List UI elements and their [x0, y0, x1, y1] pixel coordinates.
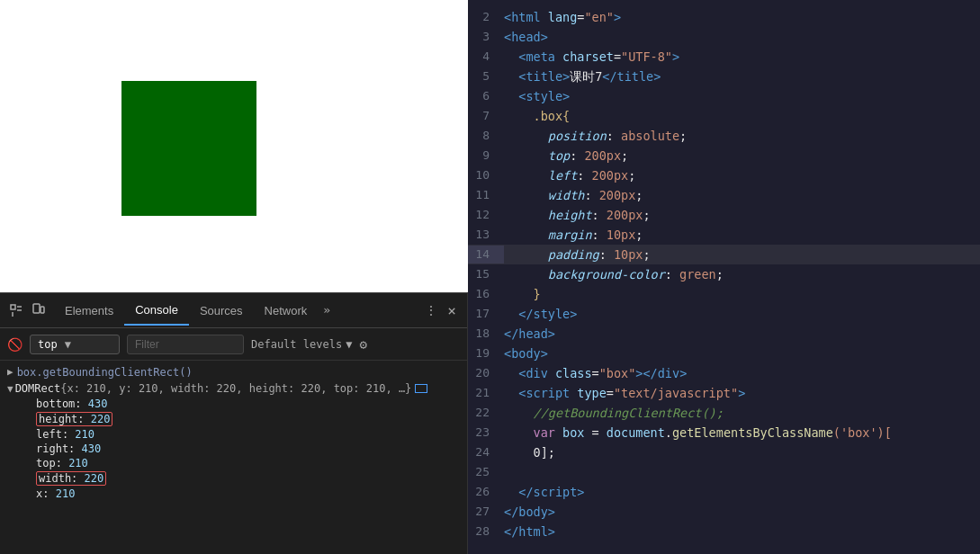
- line-content: </head>: [504, 325, 555, 343]
- more-tabs-icon[interactable]: »: [318, 296, 336, 326]
- default-levels-dropdown[interactable]: Default levels ▼: [251, 338, 352, 351]
- devtools-tabs: Elements Console Sources Network »: [54, 296, 336, 326]
- tab-console[interactable]: Console: [124, 296, 189, 326]
- console-filter-bar: 🚫 top ▼ Default levels ▼ ⚙: [0, 328, 467, 361]
- line-content: var box = document.getElementsByClassNam…: [504, 424, 892, 442]
- domrect-inline-value: {x: 210, y: 210, width: 220, height: 220…: [60, 382, 411, 395]
- code-line-5: 5 <title>课时7</title>: [468, 67, 980, 86]
- green-box: [121, 81, 256, 216]
- line-content: <html lang="en">: [504, 8, 621, 26]
- three-dot-menu[interactable]: ⋮: [422, 301, 440, 319]
- code-line-28: 28</html>: [468, 522, 980, 541]
- code-line-8: 8 position: absolute;: [468, 126, 980, 146]
- code-line-11: 11 width: 200px;: [468, 185, 980, 205]
- code-line-4: 4 <meta charset="UTF-8">: [468, 47, 980, 67]
- domrect-expand-icon[interactable]: ▼: [7, 383, 13, 395]
- line-number: 12: [468, 206, 504, 224]
- code-line-25: 25: [468, 462, 980, 482]
- line-content: 0];: [504, 443, 555, 461]
- filter-input[interactable]: [127, 335, 244, 354]
- line-content: </style>: [504, 305, 577, 323]
- line-content: <style>: [504, 87, 570, 105]
- line-number: 8: [468, 127, 504, 145]
- svg-rect-1: [33, 304, 40, 313]
- code-line-7: 7 .box{: [468, 106, 980, 126]
- line-number: 9: [468, 147, 504, 165]
- line-number: 22: [468, 404, 504, 422]
- line-number: 26: [468, 483, 504, 501]
- default-levels-label: Default levels: [251, 338, 342, 351]
- prop-top: top: 210: [36, 456, 460, 470]
- code-line-21: 21 <script type="text/javascript">: [468, 383, 980, 403]
- line-number: 24: [468, 443, 504, 461]
- console-prompt-label: top: [38, 338, 58, 351]
- inspect-icon[interactable]: [7, 301, 25, 319]
- line-content: //getBoundingClientRect();: [504, 404, 724, 422]
- code-line-16: 16 }: [468, 284, 980, 304]
- console-prompt-dropdown[interactable]: top ▼: [30, 335, 120, 354]
- line-number: 28: [468, 523, 504, 541]
- preview-area: [0, 0, 468, 292]
- domrect-props: bottom: 430 height: 220 left: 210 right:…: [7, 397, 460, 501]
- code-line-26: 26 </script>: [468, 482, 980, 502]
- tab-sources[interactable]: Sources: [189, 296, 254, 326]
- code-line-19: 19<body>: [468, 344, 980, 363]
- line-content: </script>: [504, 483, 584, 501]
- line-number: 13: [468, 226, 504, 244]
- tab-network[interactable]: Network: [254, 296, 319, 326]
- line-number: 6: [468, 87, 504, 105]
- line-number: 17: [468, 305, 504, 323]
- console-output: ▶ box.getBoundingClientRect() ▼ DOMRect …: [0, 361, 467, 554]
- line-number: 14: [468, 246, 504, 264]
- line-number: 18: [468, 325, 504, 343]
- code-line-6: 6 <style>: [468, 86, 980, 106]
- domrect-header: ▼ DOMRect {x: 210, y: 210, width: 220, h…: [7, 380, 460, 397]
- call-arrow-icon: ▶: [7, 366, 13, 378]
- device-icon[interactable]: [29, 301, 47, 319]
- code-line-2: 2<html lang="en">: [468, 7, 980, 27]
- prop-bottom: bottom: 430: [36, 397, 460, 411]
- line-number: 15: [468, 265, 504, 283]
- domrect-label: DOMRect: [15, 382, 61, 395]
- code-editor: 2<html lang="en">3<head>4 <meta charset=…: [468, 0, 980, 554]
- line-number: 4: [468, 48, 504, 66]
- close-devtools-button[interactable]: ×: [444, 299, 460, 323]
- clear-console-icon[interactable]: 🚫: [7, 337, 22, 352]
- code-line-3: 3<head>: [468, 27, 980, 47]
- line-content: <body>: [504, 344, 548, 362]
- line-number: 20: [468, 364, 504, 382]
- code-line-24: 24 0];: [468, 442, 980, 462]
- line-content: padding: 10px;: [504, 246, 651, 264]
- line-content: margin: 10px;: [504, 226, 643, 244]
- prop-height: height: 220: [36, 411, 460, 427]
- line-number: 25: [468, 463, 504, 481]
- settings-gear-icon[interactable]: ⚙: [359, 337, 366, 352]
- console-call-line: ▶ box.getBoundingClientRect(): [7, 364, 460, 380]
- code-line-10: 10 left: 200px;: [468, 165, 980, 185]
- line-content: height: 200px;: [504, 206, 651, 224]
- code-line-20: 20 <div class="box"></div>: [468, 363, 980, 383]
- svg-rect-0: [11, 305, 15, 309]
- levels-arrow-icon: ▼: [346, 338, 352, 351]
- line-content: }: [504, 285, 541, 303]
- tab-elements[interactable]: Elements: [54, 296, 124, 326]
- devtools-tabs-bar: Elements Console Sources Network » ⋮ ×: [0, 292, 467, 328]
- line-content: top: 200px;: [504, 147, 628, 165]
- line-content: <head>: [504, 28, 548, 46]
- code-line-23: 23 var box = document.getElementsByClass…: [468, 423, 980, 442]
- code-line-12: 12 height: 200px;: [468, 205, 980, 225]
- code-line-15: 15 background-color: green;: [468, 264, 980, 284]
- line-number: 27: [468, 503, 504, 521]
- line-content: .box{: [504, 107, 570, 125]
- line-number: 10: [468, 166, 504, 184]
- line-content: </body>: [504, 503, 555, 521]
- line-number: 3: [468, 28, 504, 46]
- line-content: left: 200px;: [504, 166, 635, 184]
- prop-left: left: 210: [36, 427, 460, 442]
- prop-right: right: 430: [36, 442, 460, 456]
- svg-rect-2: [40, 307, 44, 313]
- line-content: width: 200px;: [504, 186, 643, 204]
- code-line-17: 17 </style>: [468, 304, 980, 324]
- line-number: 23: [468, 424, 504, 442]
- prop-x: x: 210: [36, 487, 460, 501]
